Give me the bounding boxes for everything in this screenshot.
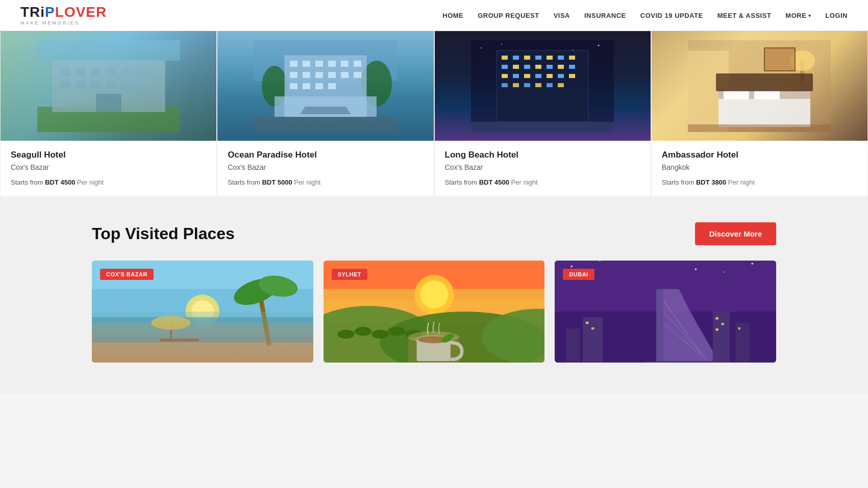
chevron-down-icon: ▾ — [808, 13, 811, 18]
places-section: Top Visited Places Discover More — [0, 197, 868, 393]
svg-rect-140 — [591, 327, 594, 329]
svg-rect-49 — [547, 56, 553, 60]
svg-rect-70 — [547, 83, 553, 87]
svg-rect-45 — [502, 56, 508, 60]
hotel-image-ambassador — [652, 31, 867, 141]
svg-rect-34 — [303, 83, 310, 89]
svg-rect-35 — [315, 83, 323, 89]
hotel-image-decoration-4 — [652, 31, 867, 141]
svg-rect-10 — [91, 81, 101, 89]
place-badge-sylhet: SYLHET — [332, 269, 367, 280]
hotel-image-decoration-2 — [217, 31, 433, 141]
place-image-sylhet: SYLHET — [324, 261, 545, 363]
hotel-name: Ambassador Hotel — [662, 150, 857, 160]
hotel-card-ambassador[interactable]: Ambassador Hotel Bangkok Starts from BDT… — [651, 31, 868, 197]
svg-rect-15 — [37, 40, 180, 61]
svg-rect-13 — [137, 81, 147, 89]
price-value: BDT 5000 — [262, 178, 292, 186]
svg-rect-88 — [92, 317, 313, 345]
svg-point-106 — [355, 327, 371, 336]
price-value: BDT 4500 — [479, 178, 509, 186]
hotel-card-seagull[interactable]: Seagull Hotel Cox's Bazar Starts from BD… — [0, 31, 217, 197]
svg-rect-134 — [555, 361, 776, 363]
price-suffix: Per night — [77, 178, 104, 186]
svg-rect-48 — [535, 56, 541, 60]
svg-rect-132 — [583, 317, 603, 363]
svg-rect-59 — [502, 74, 508, 78]
svg-point-101 — [420, 280, 448, 309]
navbar: TRiPLOVER MAKE MEMORIES HOME GROUP REQUE… — [0, 0, 868, 31]
logo[interactable]: TRiPLOVER MAKE MEMORIES — [20, 5, 107, 25]
hotel-location: Bangkok — [662, 163, 857, 171]
price-suffix: Per night — [294, 178, 320, 186]
svg-rect-11 — [106, 81, 116, 89]
places-grid: COX'S BAZAR — [92, 261, 776, 363]
nav-more-dropdown[interactable]: MORE ▾ — [785, 12, 811, 19]
svg-rect-32 — [354, 72, 361, 78]
svg-rect-44 — [497, 50, 588, 122]
place-card-dubai[interactable]: DUBAI — [555, 261, 776, 363]
place-badge-dubai: DUBAI — [563, 269, 594, 280]
svg-point-123 — [695, 268, 697, 270]
nav-insurance[interactable]: INSURANCE — [584, 12, 626, 19]
hotel-image-decoration-3 — [435, 31, 651, 141]
nav-group-request[interactable]: GROUP REQUEST — [478, 12, 539, 19]
svg-point-105 — [337, 329, 354, 339]
svg-rect-31 — [341, 72, 349, 78]
svg-rect-6 — [121, 68, 132, 76]
svg-rect-65 — [569, 74, 575, 78]
price-prefix: Starts from — [445, 178, 478, 186]
price-prefix: Starts from — [11, 178, 43, 186]
svg-rect-58 — [569, 65, 575, 69]
svg-rect-61 — [524, 74, 530, 78]
svg-rect-28 — [303, 72, 310, 78]
svg-rect-136 — [722, 323, 725, 325]
svg-rect-3 — [76, 68, 86, 76]
svg-rect-53 — [513, 65, 519, 69]
svg-rect-130 — [713, 312, 730, 363]
hotel-price: Starts from BDT 3800 Per night — [662, 178, 857, 186]
nav-login[interactable]: LOGIN — [825, 12, 848, 19]
svg-rect-62 — [535, 74, 541, 78]
svg-point-108 — [388, 327, 405, 336]
nav-more-label[interactable]: MORE — [785, 12, 806, 19]
discover-more-button[interactable]: Discover More — [695, 222, 776, 245]
price-suffix: Per night — [511, 178, 538, 186]
nav-visa[interactable]: VISA — [554, 12, 570, 19]
svg-rect-29 — [315, 72, 323, 78]
places-header: Top Visited Places Discover More — [92, 222, 776, 245]
hotel-card-long-beach[interactable]: Long Beach Hotel Cox's Bazar Starts from… — [434, 31, 651, 197]
hotel-name: Ocean Paradise Hotel — [228, 150, 423, 160]
svg-rect-77 — [724, 90, 749, 99]
svg-rect-71 — [558, 83, 564, 87]
price-suffix: Per night — [728, 178, 755, 186]
svg-rect-54 — [524, 65, 530, 69]
nav-meet-assist[interactable]: MEET & ASSIST — [717, 12, 772, 19]
place-card-sylhet[interactable]: SYLHET — [324, 261, 545, 363]
price-prefix: Starts from — [662, 178, 695, 186]
hotel-image-decoration — [1, 31, 216, 141]
svg-rect-38 — [254, 117, 397, 132]
hotel-name: Seagull Hotel — [11, 150, 206, 160]
svg-rect-2 — [60, 68, 70, 76]
svg-rect-94 — [179, 339, 199, 342]
hotels-grid: Seagull Hotel Cox's Bazar Starts from BD… — [0, 31, 868, 197]
svg-rect-135 — [716, 317, 719, 319]
hotel-card-body: Seagull Hotel Cox's Bazar Starts from BD… — [1, 141, 216, 196]
svg-rect-47 — [524, 56, 530, 60]
hotel-card-ocean-paradise[interactable]: Ocean Paradise Hotel Cox's Bazar Starts … — [217, 31, 434, 197]
price-prefix: Starts from — [228, 178, 260, 186]
svg-rect-23 — [315, 61, 323, 67]
nav-home[interactable]: HOME — [442, 12, 463, 19]
place-card-coxs-bazar[interactable]: COX'S BAZAR — [92, 261, 313, 363]
svg-point-96 — [151, 316, 190, 330]
hotels-section: Seagull Hotel Cox's Bazar Starts from BD… — [0, 31, 868, 197]
nav-covid-update[interactable]: COVID 19 UPDATE — [640, 12, 703, 19]
svg-point-86 — [186, 295, 219, 328]
svg-rect-1 — [53, 61, 165, 112]
price-value: BDT 4500 — [45, 178, 75, 186]
svg-point-120 — [752, 263, 753, 264]
svg-marker-37 — [300, 107, 351, 114]
hotel-card-body: Ocean Paradise Hotel Cox's Bazar Starts … — [217, 141, 433, 196]
hotel-image-seagull — [1, 31, 216, 141]
